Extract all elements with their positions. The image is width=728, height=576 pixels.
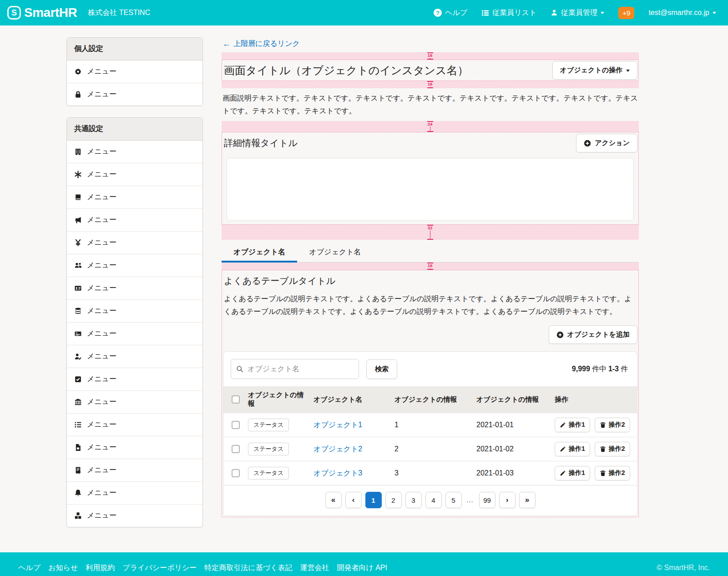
pagination-next-button[interactable]: › <box>499 492 516 508</box>
sidebar-item-label: メニュー <box>87 238 116 248</box>
object-actions-button[interactable]: オブジェクトの操作 <box>552 61 637 80</box>
plus-circle-icon <box>584 140 591 147</box>
object-info-cell: 2 <box>391 437 473 461</box>
yen-icon <box>74 239 82 247</box>
sidebar-item-menu[interactable]: メニュー <box>67 436 202 459</box>
edit-button[interactable]: 操作1 <box>555 442 590 456</box>
edit-button-label: 操作1 <box>569 445 585 453</box>
object-actions-label: オブジェクトの操作 <box>560 66 622 75</box>
footer-link-terms[interactable]: 利用規約 <box>86 563 115 573</box>
pagination-page-1[interactable]: 1 <box>365 492 382 508</box>
back-link[interactable]: ← 上階層に戻るリンク <box>222 39 300 49</box>
sidebar-item-menu[interactable]: メニュー <box>67 163 202 186</box>
sidebar-section-common: 共通設定 メニュー メニュー メニュー メニュー <box>66 117 203 527</box>
delete-button[interactable]: 操作2 <box>595 442 630 456</box>
sidebar-item-menu[interactable]: メニュー <box>67 141 202 163</box>
object-date-cell: 2021-01-01 <box>473 413 551 437</box>
status-badge: ステータス <box>248 443 289 455</box>
footer-link-company[interactable]: 運営会社 <box>300 563 329 573</box>
sidebar-item-menu[interactable]: メニュー <box>67 345 202 368</box>
sidebar-item-menu[interactable]: メニュー <box>67 277 202 300</box>
search-row: 検索 9,999件中1-3件 <box>223 352 637 386</box>
pencil-icon <box>560 422 566 428</box>
search-button[interactable]: 検索 <box>366 359 397 379</box>
footer-link-developer-api[interactable]: 開発者向け API <box>337 563 387 573</box>
layout: 個人設定 メニュー メニュー 共通設定 メニュー メニュー <box>0 25 728 552</box>
row-checkbox[interactable] <box>232 469 240 477</box>
employee-list-link[interactable]: 従業員リスト <box>481 8 536 18</box>
notification-badge[interactable]: +9 <box>618 7 634 19</box>
result-count: 9,999件中1-3件 <box>572 364 630 374</box>
account-email: test@smarthr.co.jp <box>648 9 709 17</box>
table-section: よくあるテーブルタイトル よくあるテーブルの説明テキストです。よくあるテーブルの… <box>222 270 639 517</box>
smarthr-logo-icon: S <box>7 6 21 20</box>
table-section-description: よくあるテーブルの説明テキストです。よくあるテーブルの説明テキストです。よくある… <box>224 293 637 318</box>
status-badge: ステータス <box>248 467 289 480</box>
sidebar-item-menu[interactable]: メニュー <box>67 482 202 505</box>
edit-button[interactable]: 操作1 <box>555 466 590 480</box>
pagination-prev-button[interactable]: ‹ <box>345 492 362 508</box>
footer-link-help[interactable]: ヘルプ <box>18 563 40 573</box>
pagination-last-button[interactable]: » <box>519 492 536 508</box>
tab-object-name-2[interactable]: オブジェクト名 <box>297 243 373 262</box>
delete-button[interactable]: 操作2 <box>595 466 630 480</box>
spacing-annotation-16: 16 <box>222 81 639 88</box>
employee-admin-dropdown[interactable]: 従業員管理 <box>551 8 604 18</box>
table-section-title: よくあるテーブルタイトル <box>224 275 637 287</box>
pagination-page-4[interactable]: 4 <box>425 492 442 508</box>
pagination-page-99[interactable]: 99 <box>479 492 495 508</box>
account-dropdown[interactable]: test@smarthr.co.jp <box>648 9 716 17</box>
sidebar-item-menu[interactable]: メニュー <box>67 459 202 482</box>
sidebar-item-menu[interactable]: メニュー <box>67 323 202 345</box>
sidebar-item-menu[interactable]: メニュー <box>67 368 202 391</box>
detail-panel-title: 詳細情報タイトル <box>223 137 298 149</box>
sidebar-item-label: メニュー <box>87 215 116 225</box>
action-button[interactable]: アクション <box>576 134 637 152</box>
sidebar-item-menu[interactable]: メニュー <box>67 83 202 106</box>
sidebar-item-menu[interactable]: メニュー <box>67 61 202 83</box>
row-checkbox[interactable] <box>232 445 240 453</box>
sidebar-item-menu[interactable]: メニュー <box>67 232 202 254</box>
object-link[interactable]: オブジェクト3 <box>313 469 362 477</box>
footer-link-privacy[interactable]: プライバシーポリシー <box>122 563 197 573</box>
sidebar-item-label: メニュー <box>87 374 116 384</box>
footer-link-commerce-law[interactable]: 特定商取引法に基づく表記 <box>204 563 292 573</box>
smarthr-logo[interactable]: S SmartHR <box>7 5 77 20</box>
pagination: « ‹ 1 2 3 4 5 … 99 › » <box>223 485 637 515</box>
asterisk-icon <box>74 171 82 178</box>
column-header: オブジェクトの情報 <box>244 386 310 413</box>
pencil-icon <box>560 446 566 452</box>
app-header: S SmartHR 株式会社 TESTINC ? ヘルプ 従業員リスト 従業員管… <box>0 0 728 25</box>
page-title-block: 画面タイトル（オブジェクトのインスタンス名） オブジェクトの操作 <box>222 60 639 81</box>
pencil-icon <box>560 470 566 476</box>
search-input[interactable] <box>231 359 359 379</box>
edit-button[interactable]: 操作1 <box>555 418 590 432</box>
add-object-row: オブジェクトを追加 <box>223 325 637 344</box>
sidebar-section-title: 共通設定 <box>67 118 202 141</box>
sidebar-item-menu[interactable]: メニュー <box>67 186 202 209</box>
object-link[interactable]: オブジェクト2 <box>313 445 362 453</box>
sidebar-item-menu[interactable]: メニュー <box>67 505 202 527</box>
delete-button[interactable]: 操作2 <box>595 418 630 432</box>
sidebar-item-menu[interactable]: メニュー <box>67 209 202 232</box>
pagination-page-2[interactable]: 2 <box>385 492 402 508</box>
sidebar-item-menu[interactable]: メニュー <box>67 254 202 277</box>
sidebar-item-menu[interactable]: メニュー <box>67 300 202 323</box>
add-object-button[interactable]: オブジェクトを追加 <box>549 325 637 344</box>
action-button-label: アクション <box>595 139 630 147</box>
object-link[interactable]: オブジェクト1 <box>313 421 362 429</box>
sidebar-item-label: メニュー <box>87 170 116 179</box>
pagination-page-3[interactable]: 3 <box>405 492 422 508</box>
pagination-first-button[interactable]: « <box>325 492 342 508</box>
tab-object-name-1[interactable]: オブジェクト名 <box>222 243 297 262</box>
sidebar-item-menu[interactable]: メニュー <box>67 414 202 436</box>
sidebar-item-menu[interactable]: メニュー <box>67 391 202 414</box>
footer-link-news[interactable]: お知らせ <box>48 563 78 573</box>
tab-bar: オブジェクト名 オブジェクト名 <box>222 243 639 263</box>
sidebar-item-label: メニュー <box>87 511 116 520</box>
select-all-checkbox[interactable] <box>232 395 240 404</box>
spacing-annotation-32: 32 <box>222 225 639 240</box>
row-checkbox[interactable] <box>232 421 240 429</box>
help-link[interactable]: ? ヘルプ <box>434 8 467 18</box>
pagination-page-5[interactable]: 5 <box>445 492 462 508</box>
